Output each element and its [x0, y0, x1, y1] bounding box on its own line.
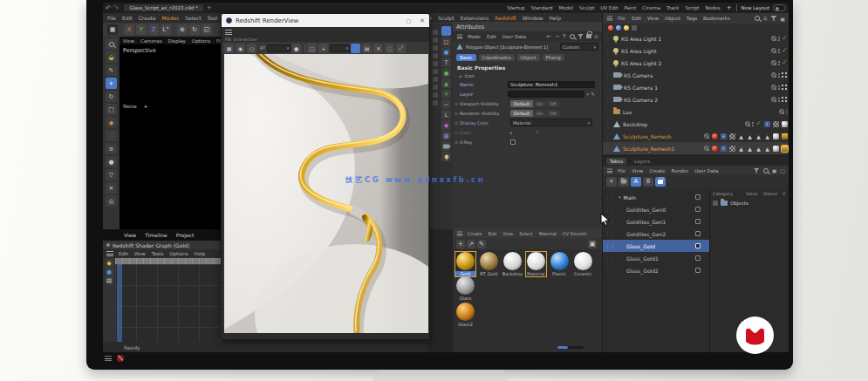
enabled-check-icon[interactable]: ✓	[782, 35, 788, 42]
object-row[interactable]: ⋮ RS Area Light 2 ✓	[603, 57, 789, 69]
object-row[interactable]: ⋮ Sculpture_Remesh F▲▲▲▲	[603, 130, 789, 142]
taskbar-menu-icon[interactable]	[105, 356, 112, 361]
color-expand-caret[interactable]: ▸	[510, 130, 513, 135]
takes-menu-file[interactable]: File	[618, 168, 625, 173]
vp-menu-display[interactable]: Display	[168, 38, 186, 44]
sphere-icon[interactable]: ●	[441, 47, 451, 57]
l-system-icon[interactable]: L	[441, 110, 451, 119]
fullscreen-icon[interactable]: ⤢	[396, 44, 406, 53]
scale-icon[interactable]: □	[106, 104, 117, 115]
takes-menu-userdata[interactable]: User Data	[694, 168, 718, 173]
attr-lock-icon[interactable]	[586, 34, 591, 38]
material-zoom-slider[interactable]	[557, 346, 584, 349]
render-toggle-icon[interactable]	[704, 133, 709, 139]
col-v[interactable]: V	[783, 191, 785, 196]
take-checkbox[interactable]	[695, 243, 701, 248]
take-checkbox[interactable]	[695, 207, 701, 212]
mat-menu-material[interactable]: Material	[539, 231, 557, 236]
text-tool-icon[interactable]: T	[441, 58, 451, 67]
object-row-selected[interactable]: ⋮ Sculpture_Remesh1 F▲▲▲▲	[603, 142, 789, 154]
volume-icon[interactable]: ▦	[441, 131, 451, 140]
scale-tool-icon[interactable]: ◱	[202, 24, 212, 35]
region-icon[interactable]: ▢	[307, 44, 317, 53]
om-burger-icon[interactable]	[607, 17, 612, 21]
menu-edit[interactable]: Edit	[122, 15, 133, 21]
material-item[interactable]: Glass	[455, 276, 475, 301]
tab-layers[interactable]: Layers	[631, 158, 653, 165]
layer-dropdown-icon[interactable]: ▾	[586, 92, 589, 97]
close-window-button[interactable]: ✕	[420, 17, 425, 24]
vv-default[interactable]: Default	[510, 100, 533, 107]
render-toggle-icon[interactable]	[771, 48, 776, 53]
shader-graph-burger-icon[interactable]	[106, 251, 113, 256]
selection-tag-icon[interactable]: ▲	[755, 133, 762, 139]
layout-tab-cinema[interactable]: Cinema	[642, 5, 660, 10]
axis-x-icon[interactable]: X	[124, 24, 134, 35]
material-tag-icon[interactable]	[608, 25, 613, 31]
lock-take-button[interactable]	[655, 177, 666, 187]
object-row[interactable]: ⋮ Lav	[603, 105, 789, 118]
takes-filter-icon[interactable]	[754, 168, 760, 173]
visibility-dots[interactable]	[778, 61, 780, 65]
take-checkbox[interactable]	[695, 268, 701, 273]
sg-menu-options[interactable]: Options	[169, 251, 188, 256]
vp-menu-cameras[interactable]: Cameras	[140, 38, 161, 44]
om-filter-icon[interactable]	[770, 16, 776, 21]
menu-modes[interactable]: Modes	[162, 15, 179, 21]
camera-create-icon[interactable]	[441, 141, 451, 151]
material-sphere-amber[interactable]	[456, 303, 475, 321]
material-tag-icon[interactable]	[616, 25, 621, 31]
render-toggle-icon[interactable]	[745, 121, 750, 126]
object-row[interactable]: ⋮ RS Area Light ✓	[603, 44, 789, 57]
disable-icon[interactable]: ✕	[106, 182, 117, 194]
tag-icon[interactable]: F	[721, 133, 727, 139]
layout-tab-nodes[interactable]: Nodes	[705, 5, 720, 10]
forward-icon[interactable]: →	[554, 33, 559, 40]
tag-icon[interactable]	[632, 25, 637, 31]
uv-tag-icon[interactable]	[773, 121, 779, 127]
tag-icon[interactable]: F	[721, 146, 727, 152]
auto-take-button[interactable]: A	[631, 177, 641, 187]
material-item[interactable]: Glass2	[455, 303, 475, 327]
render-view-titlebar[interactable]: Redshift RenderView ▢ ✕	[222, 14, 429, 27]
render-view-burger-icon[interactable]	[225, 30, 232, 35]
take-row[interactable]: ⋮⋮ Goldlites_Gen2	[603, 228, 709, 240]
document-tab[interactable]: Glass_Script_ax_r2023.c4d *	[124, 4, 202, 11]
display-color-dropdown[interactable]: Material▾	[510, 119, 592, 126]
crop-icon[interactable]: +	[318, 44, 328, 53]
take-checkbox[interactable]	[695, 194, 701, 200]
viewport-hud[interactable]: None +	[123, 103, 148, 109]
active-view-icon[interactable]	[351, 44, 360, 53]
col-category[interactable]: Category	[713, 191, 746, 196]
new-layout-label[interactable]: New Layout	[742, 5, 769, 10]
camera-dropdown[interactable]: ▾	[267, 44, 291, 52]
takes-search-icon[interactable]	[763, 168, 769, 173]
sphere-mode-icon[interactable]: ●	[106, 156, 117, 167]
render-toggle-icon[interactable]	[771, 97, 776, 102]
override-row-objects[interactable]: Objects	[710, 198, 789, 208]
uv-tag-icon[interactable]	[729, 133, 735, 139]
material-view-icon[interactable]: ▣	[588, 240, 597, 248]
selection-tag-icon[interactable]: ▲	[764, 146, 770, 152]
aov-icon[interactable]: ●	[291, 44, 301, 53]
om-menu-file[interactable]: File	[618, 16, 625, 21]
attr-tab-basic[interactable]: Basic	[456, 54, 476, 61]
add-layout-button[interactable]: +	[727, 4, 732, 11]
timeline-playhead[interactable]	[117, 264, 122, 342]
render-toggle-icon[interactable]	[779, 109, 784, 114]
field-icon[interactable]: ✳	[441, 89, 451, 99]
protection-tag-icon[interactable]	[782, 72, 788, 78]
material-sphere-blue[interactable]	[550, 252, 569, 270]
takes-burger-icon[interactable]	[607, 168, 612, 173]
axis-lines-icon[interactable]: ≡	[106, 143, 117, 154]
attributes-tab[interactable]: Attributes	[456, 24, 484, 31]
vp-menu-view[interactable]: View	[123, 38, 134, 44]
record-blocked-icon[interactable]	[117, 355, 124, 362]
material-burger-icon[interactable]	[457, 231, 462, 235]
menu-select[interactable]: Select	[185, 15, 202, 21]
take-checkbox[interactable]	[695, 231, 701, 236]
points-icon[interactable]: ∴	[106, 130, 117, 141]
enabled-check-icon[interactable]: ✓	[782, 59, 788, 66]
link-button[interactable]: 8	[643, 177, 653, 187]
poly-mode-icon[interactable]: ▽	[106, 169, 117, 180]
